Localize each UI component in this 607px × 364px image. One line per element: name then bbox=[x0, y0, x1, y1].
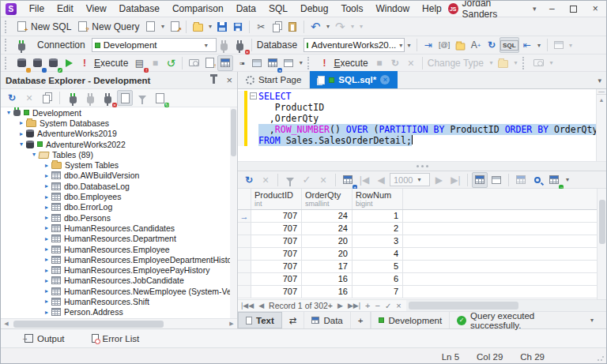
expand-icon[interactable]: ▸ bbox=[17, 119, 26, 126]
grid-cell[interactable]: 20 bbox=[302, 235, 353, 248]
explorer-close-icon[interactable]: × bbox=[226, 74, 232, 86]
grid-horizontal-scrollbar[interactable] bbox=[406, 300, 606, 311]
snapshot-button[interactable] bbox=[531, 55, 547, 71]
edit-database-button[interactable] bbox=[13, 55, 29, 71]
new-document-button[interactable] bbox=[142, 19, 158, 35]
expand-icon[interactable]: ▸ bbox=[42, 193, 51, 201]
grid-cell[interactable]: 7 bbox=[353, 286, 403, 298]
column-header[interactable]: RowNumbigint bbox=[353, 189, 403, 209]
window-layout-dropdown[interactable]: ▾ bbox=[296, 55, 305, 71]
collapse-icon[interactable]: ▾ bbox=[29, 151, 39, 158]
cancel-edit-button[interactable]: × bbox=[396, 301, 401, 310]
expand-icon[interactable]: ▸ bbox=[42, 309, 51, 316]
expand-icon[interactable]: ▸ bbox=[42, 246, 51, 253]
refresh-code-completion-button[interactable]: ↻ bbox=[484, 37, 500, 53]
explorer-history-button[interactable]: ↻ bbox=[152, 90, 168, 106]
tree-item[interactable]: ▸dbo.Employees bbox=[1, 191, 237, 201]
snapshot-dropdown[interactable]: ▾ bbox=[547, 55, 556, 71]
pin-icon[interactable] bbox=[213, 77, 215, 84]
grid-cell[interactable]: 707 bbox=[251, 210, 302, 223]
resize-grip[interactable] bbox=[597, 354, 605, 362]
tree-item[interactable]: ▸dbo.DatabaseLog bbox=[1, 181, 237, 191]
collapse-icon[interactable]: ▾ bbox=[17, 141, 26, 148]
undo-button[interactable]: ↶ bbox=[307, 19, 323, 35]
prev-page-button[interactable]: ◀ bbox=[373, 172, 389, 188]
grid-cell[interactable]: 707 bbox=[251, 235, 302, 248]
tree-item[interactable]: ▾AdventureWorks2022 bbox=[1, 139, 237, 149]
prev-record-button[interactable]: ◀ bbox=[258, 302, 264, 310]
change-type-button[interactable]: Change Type bbox=[426, 55, 487, 71]
execute-button[interactable]: Execute bbox=[92, 55, 131, 71]
tab-list-dropdown[interactable]: ▾ bbox=[598, 77, 606, 84]
expand-icon[interactable]: ▸ bbox=[17, 130, 26, 137]
expand-icon[interactable]: ▸ bbox=[42, 162, 51, 169]
cancel-button[interactable]: × bbox=[403, 55, 419, 71]
footer-query-status[interactable]: ✓ Query executed successfully. ▾ bbox=[449, 312, 606, 328]
connect-button[interactable] bbox=[217, 37, 232, 53]
tree-item[interactable]: ▸HumanResources.Shift bbox=[1, 296, 237, 306]
menu-comparison[interactable]: Comparison bbox=[166, 2, 230, 16]
change-type-dropdown[interactable]: ▾ bbox=[487, 55, 496, 71]
explorer-delete-button[interactable]: × bbox=[21, 90, 37, 106]
expand-icon[interactable]: ▸ bbox=[42, 182, 51, 190]
tree-item[interactable]: ▸Person.AddressType bbox=[1, 317, 237, 318]
paste-button[interactable] bbox=[285, 19, 300, 35]
tree-item[interactable]: ▾Development bbox=[1, 107, 237, 118]
expand-icon[interactable]: ▸ bbox=[42, 172, 51, 179]
execute-script-button[interactable]: ▤! bbox=[131, 55, 147, 71]
grid-cell[interactable]: 2 bbox=[353, 223, 403, 235]
revert-changes-button[interactable]: × bbox=[315, 172, 331, 188]
grid-cell[interactable]: 707 bbox=[251, 261, 302, 273]
tree-item[interactable]: ▸HumanResources.EmployeeDepartmentHistor… bbox=[1, 254, 237, 265]
redo-button[interactable]: ↷ bbox=[332, 19, 348, 35]
grid-row[interactable]: 707167 bbox=[238, 286, 606, 298]
grid-row[interactable]: 707204 bbox=[238, 248, 606, 261]
expand-icon[interactable]: ▸ bbox=[42, 298, 51, 305]
explorer-connect-button[interactable] bbox=[82, 90, 98, 106]
tree-item[interactable]: ▸dbo.ErrorLog bbox=[1, 202, 237, 212]
grid-view-button[interactable] bbox=[472, 172, 488, 188]
database-combo[interactable]: AdventureWorks20... ▾ bbox=[304, 38, 405, 52]
user-avatar[interactable]: JS bbox=[448, 3, 458, 14]
menu-help[interactable]: Help bbox=[416, 2, 448, 16]
fold-collapse-icon[interactable]: – bbox=[250, 92, 257, 99]
results-refresh-button[interactable]: ↻ bbox=[241, 172, 257, 188]
results-cancel-button[interactable]: × bbox=[258, 172, 273, 188]
grid-vertical-scrollbar[interactable] bbox=[597, 189, 606, 299]
menu-debug[interactable]: Debug bbox=[294, 2, 334, 16]
menu-edit[interactable]: Edit bbox=[51, 2, 80, 16]
execute2-icon[interactable]: ! bbox=[316, 55, 332, 71]
menu-tools[interactable]: Tools bbox=[334, 2, 369, 16]
export-plan-button[interactable]: ↑ bbox=[202, 55, 217, 71]
grid-cell[interactable]: 16 bbox=[302, 286, 353, 298]
tab-error-list[interactable]: Error List bbox=[92, 334, 140, 343]
add-view-button[interactable]: + bbox=[351, 312, 371, 328]
grid-cell[interactable]: 1 bbox=[353, 210, 403, 223]
tree-item[interactable]: ▸System Databases bbox=[1, 118, 237, 128]
menu-window[interactable]: Window bbox=[369, 2, 416, 16]
new-query-button[interactable]: New Query bbox=[90, 19, 142, 35]
tree-item[interactable]: ▸HumanResources.Employee bbox=[1, 244, 237, 254]
append-record-button[interactable]: + bbox=[365, 301, 370, 310]
expand-icon[interactable]: ▸ bbox=[42, 235, 51, 242]
disconnect-button[interactable]: × bbox=[232, 37, 248, 53]
close-button[interactable]: × bbox=[585, 1, 606, 17]
grid-cell[interactable]: 24 bbox=[302, 223, 353, 235]
grid-cell[interactable]: 707 bbox=[251, 273, 302, 286]
editor-scrollbar[interactable]: — ▲ bbox=[596, 89, 606, 161]
grid-cell[interactable]: 707 bbox=[251, 286, 302, 298]
grid-row[interactable]: 707242 bbox=[238, 223, 606, 235]
chart-view-button[interactable] bbox=[249, 55, 265, 71]
grid-row[interactable]: 707203 bbox=[238, 235, 606, 248]
connection-combo[interactable]: Development ▾ bbox=[92, 38, 217, 52]
column-header[interactable]: ProductIDint bbox=[251, 189, 302, 209]
post-edit-button[interactable]: ✓ bbox=[385, 302, 391, 310]
code-line[interactable]: –SELECT bbox=[238, 91, 606, 102]
scroll-left-icon[interactable]: ◀ bbox=[1, 321, 12, 327]
new-connection-button[interactable]: ↗ bbox=[167, 19, 183, 35]
explorer-disconnect-button[interactable]: × bbox=[100, 90, 115, 106]
toolbar-grip[interactable] bbox=[5, 21, 9, 33]
next-record-button[interactable]: ▶ bbox=[337, 302, 343, 310]
open-results-button[interactable] bbox=[496, 55, 511, 71]
tree-item[interactable]: ▸HumanResources.NewEmployee (System-Vers… bbox=[1, 286, 237, 296]
